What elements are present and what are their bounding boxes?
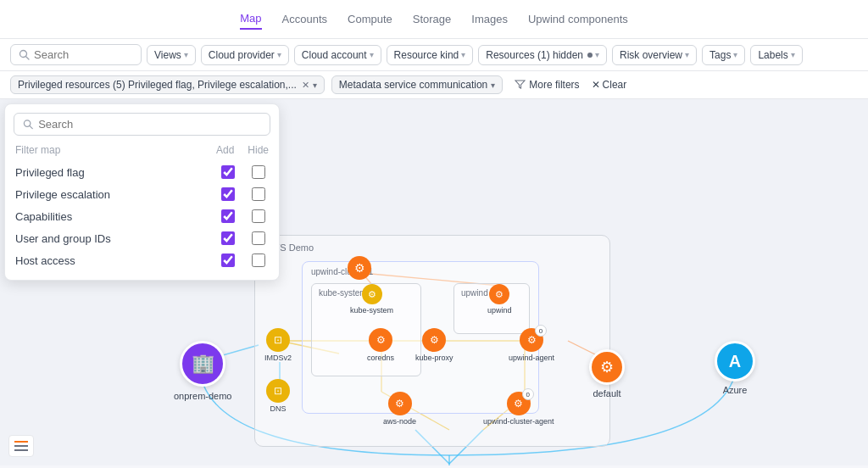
nav-item-images[interactable]: Images xyxy=(471,9,508,29)
aws-node-node[interactable]: ⚙ aws-node xyxy=(383,392,416,426)
dropdown-header: Filter map Add Hide xyxy=(5,142,279,161)
svg-line-18 xyxy=(30,126,32,129)
filter-bar: Views▾ Cloud provider▾ Cloud account▾ Re… xyxy=(0,39,868,71)
privilege-escalation-hide-checkbox[interactable] xyxy=(252,187,265,201)
capabilities-add-checkbox[interactable] xyxy=(221,209,235,223)
privilege-escalation-label: Privilege escalation xyxy=(15,188,214,201)
filter-map-label: Filter map xyxy=(15,144,216,156)
svg-line-1 xyxy=(26,57,29,59)
dropdown-search-input[interactable] xyxy=(38,118,261,131)
upwind-cluster-agent-node[interactable]: ⚙ 0 upwind-cluster-agent xyxy=(483,392,554,426)
views-filter[interactable]: Views▾ xyxy=(147,45,196,65)
user-group-ids-label: User and group IDs xyxy=(15,232,214,245)
privileged-flag-label: Privileged flag xyxy=(15,166,214,179)
dropdown-panel: Filter map Add Hide Privileged flag Priv… xyxy=(4,103,280,281)
privileged-flag-add-checkbox[interactable] xyxy=(221,165,235,179)
upwind-node[interactable]: ⚙ upwind xyxy=(487,284,512,315)
tags-filter[interactable]: Tags▾ xyxy=(702,45,745,65)
filter-row-privileged-flag: Privileged flag xyxy=(5,161,279,183)
metadata-filter-tag[interactable]: Metadata service communication ▾ xyxy=(331,75,503,94)
privileged-flag-hide-checkbox[interactable] xyxy=(252,165,265,179)
user-group-ids-add-checkbox[interactable] xyxy=(221,231,235,245)
imdsv2-node[interactable]: ⊡ IMDSv2 xyxy=(264,328,292,362)
upwind-ns-label: upwind xyxy=(461,288,488,298)
menu-line-3 xyxy=(14,449,28,451)
privileged-close-icon[interactable]: ✕ xyxy=(302,80,309,91)
nav-item-compute[interactable]: Compute xyxy=(348,9,392,29)
more-filters-button[interactable]: More filters xyxy=(509,76,584,93)
nav-item-storage[interactable]: Storage xyxy=(413,9,452,29)
host-access-add-checkbox[interactable] xyxy=(221,254,235,267)
default-node[interactable]: ⚙ default xyxy=(589,349,625,398)
search-input[interactable] xyxy=(34,48,123,61)
kube-proxy-node[interactable]: ⚙ kube-proxy xyxy=(415,328,453,362)
labels-filter[interactable]: Labels▾ xyxy=(750,45,802,65)
nav-item-upwind-components[interactable]: Upwind components xyxy=(528,9,628,29)
cloud-provider-filter[interactable]: Cloud provider▾ xyxy=(201,45,289,65)
top-nav: Map Accounts Compute Storage Images Upwi… xyxy=(0,0,868,39)
azure-node[interactable]: A Azure xyxy=(715,341,755,395)
host-access-label: Host access xyxy=(15,254,214,267)
clear-button[interactable]: ✕ Clear xyxy=(592,79,627,91)
nav-item-map[interactable]: Map xyxy=(240,8,261,30)
filter-row-capabilities: Capabilities xyxy=(5,205,279,227)
resource-kind-filter[interactable]: Resource kind▾ xyxy=(387,45,474,65)
search-icon xyxy=(19,49,30,60)
dns-node[interactable]: ⊡ DNS xyxy=(266,379,290,413)
dropdown-search-box[interactable] xyxy=(14,113,270,136)
kube-system-node[interactable]: ⚙ kube-system xyxy=(350,284,393,315)
menu-line-2 xyxy=(14,445,28,447)
add-header: Add xyxy=(216,144,234,156)
main-content: AWS Demo upwind-cluster-1 kube-system up… xyxy=(0,99,868,465)
menu-icon-button[interactable] xyxy=(8,435,34,457)
onprem-demo-node[interactable]: 🏢 onprem-demo xyxy=(174,341,231,401)
privilege-escalation-add-checkbox[interactable] xyxy=(221,187,235,201)
dropdown-search-icon xyxy=(23,119,33,130)
clear-x-icon: ✕ xyxy=(592,79,600,91)
upwind-cluster-1-node[interactable]: ⚙ xyxy=(348,256,371,280)
active-filter-bar: Privileged resources (5) Privileged flag… xyxy=(0,71,868,99)
host-access-hide-checkbox[interactable] xyxy=(252,254,265,267)
nav-item-accounts[interactable]: Accounts xyxy=(282,9,327,29)
filter-row-host-access: Host access xyxy=(5,249,279,271)
user-group-ids-hide-checkbox[interactable] xyxy=(252,231,265,245)
privileged-filter-tag[interactable]: Privileged resources (5) Privileged flag… xyxy=(10,75,325,94)
menu-line-1 xyxy=(14,441,28,443)
metadata-expand-icon[interactable]: ▾ xyxy=(491,81,495,90)
capabilities-label: Capabilities xyxy=(15,210,214,223)
filter-row-privilege-escalation: Privilege escalation xyxy=(5,183,279,205)
search-box[interactable] xyxy=(10,44,142,65)
hide-header: Hide xyxy=(248,144,269,156)
coredns-node[interactable]: ⚙ coredns xyxy=(367,328,394,362)
filter-row-user-group-ids: User and group IDs xyxy=(5,227,279,249)
capabilities-hide-checkbox[interactable] xyxy=(252,209,265,223)
risk-overview-filter[interactable]: Risk overview▾ xyxy=(612,45,697,65)
resources-filter[interactable]: Resources (1) hidden▾ xyxy=(478,45,607,65)
privileged-expand-icon[interactable]: ▾ xyxy=(313,81,317,90)
upwind-agent-node[interactable]: ⚙ 0 upwind-agent xyxy=(509,328,554,362)
funnel-icon xyxy=(515,80,526,90)
cloud-account-filter[interactable]: Cloud account▾ xyxy=(294,45,381,65)
